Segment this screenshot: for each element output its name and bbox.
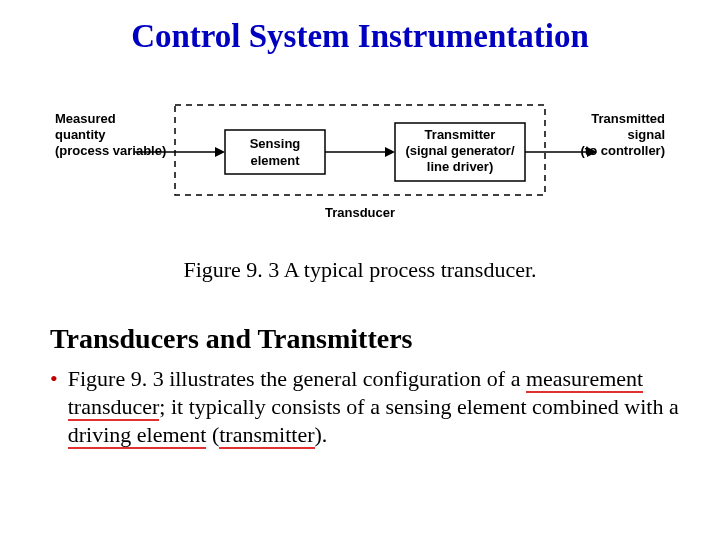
slide: Control System Instrumentation Sensing e… xyxy=(0,0,720,540)
transmitter-label-mid: (signal generator/ xyxy=(405,143,514,158)
bullet-frag-4: ( xyxy=(206,422,219,447)
underline-driving-element: driving element xyxy=(68,422,207,449)
arrow-input-head xyxy=(215,147,225,157)
section-title: Transducers and Transmitters xyxy=(50,323,720,355)
input-label-bot: (process variable) xyxy=(55,143,166,158)
underline-transmitter: transmitter xyxy=(219,422,314,449)
transducer-label: Transducer xyxy=(325,205,395,220)
bullet-item: • Figure 9. 3 illustrates the general co… xyxy=(50,365,690,449)
sensing-element-label-bot: element xyxy=(250,153,300,168)
input-label-top: Measured xyxy=(55,111,116,126)
transmitter-label-bot: line driver) xyxy=(427,159,493,174)
output-label-bot: (to controller) xyxy=(581,143,666,158)
sensing-element-label-top: Sensing xyxy=(250,136,301,151)
figure-caption: Figure 9. 3 A typical process transducer… xyxy=(0,257,720,283)
transducer-diagram-svg: Sensing element Transmitter (signal gene… xyxy=(55,85,665,225)
underline-transducer: transducer xyxy=(68,394,160,421)
arrow-mid-head xyxy=(385,147,395,157)
bullet-text: Figure 9. 3 illustrates the general conf… xyxy=(68,365,690,449)
output-label-mid: signal xyxy=(627,127,665,142)
bullet-frag-1: Figure 9. 3 illustrates the general conf… xyxy=(68,366,526,391)
diagram: Sensing element Transmitter (signal gene… xyxy=(55,85,665,229)
page-title: Control System Instrumentation xyxy=(0,0,720,55)
underline-measurement: measurement xyxy=(526,366,643,393)
transmitter-label-top: Transmitter xyxy=(425,127,496,142)
output-label-top: Transmitted xyxy=(591,111,665,126)
bullet-frag-3: ; it typically consists of a sensing ele… xyxy=(159,394,678,419)
bullet-dot-icon: • xyxy=(50,365,58,393)
bullet-frag-5: ). xyxy=(315,422,328,447)
input-label-mid: quantity xyxy=(55,127,106,142)
